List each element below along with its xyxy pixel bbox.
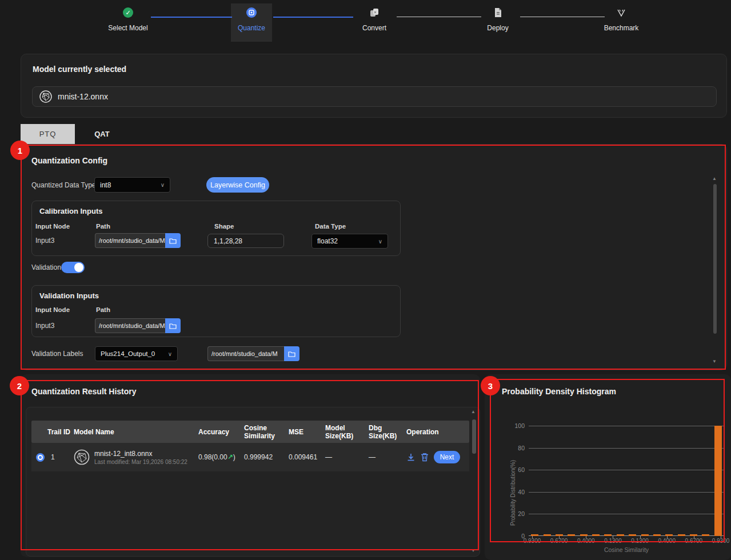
histogram-bar <box>556 534 563 536</box>
histogram-x-axis-label: Cosine Similarity <box>529 546 724 553</box>
x-tick-label: 0.6700 <box>681 538 706 544</box>
deploy-icon[interactable] <box>493 7 503 18</box>
scroll-up-icon[interactable]: ▲ <box>471 409 476 414</box>
folder-icon <box>288 351 295 357</box>
calibration-input-node: Input3 <box>35 237 54 245</box>
next-button[interactable]: Next <box>434 451 460 463</box>
validation-inputs-box: Validation Inputs <box>31 285 401 337</box>
histogram-bar <box>702 534 709 536</box>
trash-icon[interactable] <box>421 453 429 462</box>
calibration-inputs-title: Calibration Inputs <box>39 207 103 215</box>
histogram-y-ticks: 020406080100 <box>503 426 525 536</box>
cell-dbg-size: — <box>369 453 406 461</box>
chevron-down-icon: ∨ <box>161 182 165 188</box>
validation-labels-label: Validation Labels <box>31 350 83 358</box>
histogram-bar <box>531 534 538 536</box>
validation-toggle[interactable] <box>61 262 85 273</box>
x-tick-label: 0.9300 <box>708 538 731 544</box>
scroll-down-icon[interactable]: ▼ <box>471 548 476 553</box>
col-dbg-size: Dbg Size(KB) <box>369 424 406 440</box>
convert-icon[interactable] <box>369 7 380 18</box>
calibration-data-type-select[interactable]: float32 ∨ <box>311 234 388 249</box>
validation-labels-value: Plus214_Output_0 <box>101 350 155 357</box>
annotation-badge-3: 3 <box>481 376 500 395</box>
histogram-bar <box>641 534 649 536</box>
col-operation: Operation <box>406 428 469 436</box>
tab-qat[interactable]: QAT <box>75 124 129 144</box>
y-tick-label: 20 <box>518 510 525 517</box>
quantized-data-type-select[interactable]: int8 ∨ <box>94 177 170 193</box>
selected-model-field[interactable]: mnist-12.onnx <box>32 86 717 107</box>
calibration-shape-input[interactable]: 1,1,28,28 <box>207 234 284 248</box>
validation-labels-browse-button[interactable] <box>284 346 299 361</box>
validation-browse-button[interactable] <box>165 318 181 333</box>
histogram-bar <box>592 534 600 536</box>
stepper-connector <box>151 17 232 18</box>
calibration-browse-button[interactable] <box>165 233 181 248</box>
history-table-header: Trail ID Model Name Accuracy Cosine Simi… <box>31 421 469 443</box>
check-circle-icon[interactable]: ✓ <box>123 7 133 18</box>
cell-cosine-similarity: 0.999942 <box>244 453 289 461</box>
stepper-connector <box>397 17 481 17</box>
y-tick-label: 60 <box>518 466 525 473</box>
x-tick-label: 0.1300 <box>628 538 653 544</box>
step-select-model[interactable]: Select Model <box>94 24 162 32</box>
histogram-bar <box>629 534 636 536</box>
col-path: Path <box>96 306 110 313</box>
col-mse: MSE <box>289 428 325 436</box>
y-tick-label: 100 <box>514 422 525 429</box>
cell-mse: 0.009461 <box>289 453 325 461</box>
validation-labels-path-input[interactable]: /root/mnt/studio_data/M <box>207 346 284 361</box>
tab-ptq[interactable]: PTQ <box>21 124 75 144</box>
benchmark-icon[interactable] <box>616 7 626 18</box>
histogram-bar <box>580 534 588 536</box>
scroll-down-icon[interactable]: ▼ <box>712 359 717 364</box>
histogram-title: Probability Density Histogram <box>502 387 616 396</box>
col-input-node: Input Node <box>35 306 70 313</box>
histogram-bar <box>568 534 575 536</box>
onnx-logo-icon <box>74 449 90 465</box>
onnx-logo-icon <box>39 90 52 103</box>
step-quantize[interactable]: Quantize <box>217 24 286 32</box>
x-tick-label: 0.4000 <box>573 538 598 544</box>
col-input-node: Input Node <box>35 223 70 230</box>
col-model-name: Model Name <box>74 428 198 436</box>
histogram-bar <box>544 534 551 536</box>
history-title: Quantization Result History <box>31 387 137 396</box>
validation-labels-select[interactable]: Plus214_Output_0 ∨ <box>95 346 178 361</box>
step-benchmark[interactable]: Benchmark <box>587 24 656 32</box>
validation-path-input[interactable]: /root/mnt/studio_data/M <box>95 318 165 333</box>
row-radio-selected[interactable] <box>36 453 45 462</box>
chevron-down-icon: ∨ <box>168 351 172 357</box>
cell-model-size: — <box>325 453 369 461</box>
history-scrollbar-thumb[interactable] <box>472 419 476 454</box>
table-row[interactable]: 1 mnist-12_int8.onnx Last modified: Mar … <box>31 443 469 471</box>
step-convert[interactable]: Convert <box>340 24 409 32</box>
col-cosine-similarity: Cosine Similarity <box>244 424 289 440</box>
col-path: Path <box>96 223 110 230</box>
col-shape: Shape <box>214 223 234 230</box>
model-selected-panel: Model currently selected mnist-12.onnx <box>21 54 727 118</box>
cell-accuracy: 0.98(0.00↗) <box>198 453 244 461</box>
histogram-x-ticks: 0.93000.67000.40000.13000.13000.40000.67… <box>529 538 724 546</box>
quantized-data-type-value: int8 <box>100 181 111 189</box>
chevron-down-icon: ∨ <box>378 238 382 245</box>
stepper-connector <box>520 17 605 17</box>
scroll-up-icon[interactable]: ▲ <box>712 176 717 181</box>
step-deploy[interactable]: Deploy <box>464 24 532 32</box>
histogram-bar <box>617 534 624 536</box>
histogram-bar <box>678 534 685 536</box>
quantize-icon[interactable] <box>246 7 257 18</box>
col-data-type: Data Type <box>315 223 346 230</box>
calibration-path-input[interactable]: /root/mnt/studio_data/M <box>95 233 165 248</box>
y-tick-label: 80 <box>518 445 525 451</box>
x-tick-label: 0.9300 <box>520 538 545 544</box>
selected-model-name: mnist-12.onnx <box>58 92 108 101</box>
app-root: ✓ Select Model Quantize Convert Deploy B… <box>0 0 731 560</box>
config-scrollbar-thumb[interactable] <box>713 184 717 334</box>
histogram-bar <box>665 534 673 536</box>
layerwise-config-button[interactable]: Layerwise Config <box>206 177 269 193</box>
gridline <box>529 492 724 493</box>
y-tick-label: 40 <box>518 489 525 495</box>
download-icon[interactable] <box>406 453 416 462</box>
